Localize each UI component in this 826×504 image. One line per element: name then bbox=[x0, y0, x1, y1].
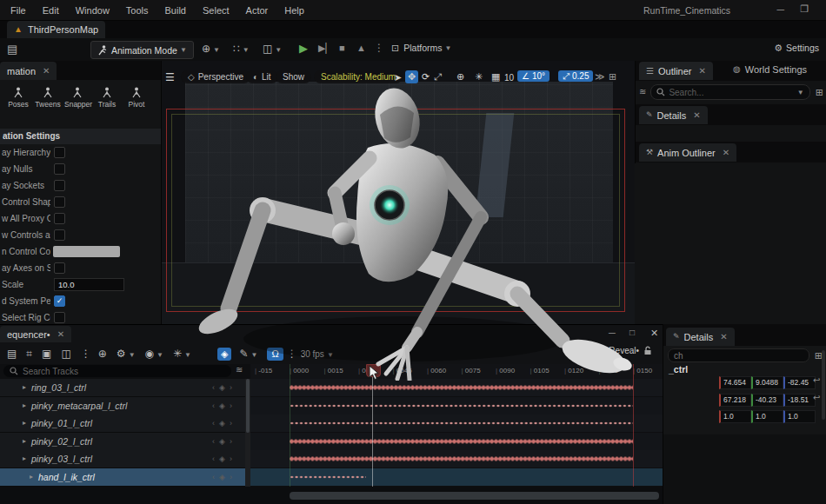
add-actor-icon[interactable]: ⊕▼ bbox=[202, 43, 220, 54]
eject-button[interactable]: ▲ bbox=[356, 43, 366, 53]
track-filter-icon[interactable]: ≋ bbox=[236, 366, 243, 375]
transform-value-field[interactable]: -40.23 bbox=[751, 394, 783, 407]
tab-details-bottom[interactable]: ✎ Details ✕ bbox=[666, 328, 735, 346]
outliner-search-input[interactable]: Search... ▼ bbox=[650, 84, 809, 100]
tool-trails-button[interactable]: Trails bbox=[94, 87, 120, 109]
color-swatch[interactable] bbox=[53, 246, 120, 257]
playback-options-icon[interactable]: ✳▼ bbox=[173, 348, 191, 360]
timeline-ruler[interactable]: | -015| 0000| 0015| 0030| 0045| 0060| 00… bbox=[250, 364, 663, 380]
track-lane-hand_l_ik_ctrl[interactable] bbox=[250, 468, 663, 487]
scale-tool-icon[interactable]: ⤢ bbox=[434, 71, 442, 83]
snap-options-icon[interactable]: ⋮ bbox=[287, 348, 297, 360]
transform-value-field[interactable]: 1.0 bbox=[751, 410, 783, 423]
lock-icon[interactable] bbox=[643, 346, 652, 355]
setting-checkbox[interactable] bbox=[54, 262, 65, 274]
transform-value-field[interactable]: -82.45 bbox=[783, 376, 816, 389]
play-button[interactable]: ▶ bbox=[299, 43, 308, 54]
track-lane-ring_03_l_ctrl[interactable] bbox=[250, 379, 663, 397]
setting-checkbox[interactable] bbox=[54, 196, 65, 208]
setting-checkbox[interactable] bbox=[54, 147, 65, 158]
snap-magnet-button[interactable]: Ω bbox=[267, 348, 283, 361]
chevron-down-icon[interactable]: ▼ bbox=[797, 89, 804, 96]
window-restore-icon[interactable]: □ bbox=[629, 328, 635, 337]
camera-icon[interactable]: ▣ bbox=[42, 348, 51, 360]
details-search-input[interactable]: ch bbox=[668, 348, 809, 362]
stop-button[interactable]: ■ bbox=[339, 43, 345, 53]
menu-select[interactable]: Select bbox=[203, 5, 230, 16]
menu-edit[interactable]: Edit bbox=[43, 5, 59, 16]
transform-value-field[interactable]: 67.218 bbox=[719, 394, 751, 407]
transform-value-field[interactable]: 1.0 bbox=[783, 410, 816, 423]
more-options-icon[interactable]: ⋮ bbox=[81, 348, 91, 360]
close-icon[interactable]: ✕ bbox=[723, 148, 729, 157]
add-folder-icon[interactable]: ⊞ bbox=[816, 88, 823, 97]
grid-snap-icon[interactable]: ▦ bbox=[491, 71, 500, 83]
tab-level[interactable]: ▲ ThirdPersonMap bbox=[7, 21, 105, 38]
camera-speed-icon[interactable]: ⊞ bbox=[609, 71, 616, 83]
tab-world-settings[interactable]: ◍ World Settings bbox=[733, 64, 807, 75]
tool-pivot-button[interactable]: Pivot bbox=[123, 87, 150, 109]
minimize-icon[interactable]: ─ bbox=[776, 3, 784, 16]
setting-checkbox[interactable]: ✓ bbox=[54, 295, 65, 307]
keyframes-strip[interactable] bbox=[290, 474, 366, 480]
track-lane-pinky_03_l_ctrl[interactable] bbox=[250, 450, 663, 468]
platforms-button[interactable]: ⊡ Platforms ▼ bbox=[391, 43, 451, 53]
close-icon[interactable]: ✕ bbox=[720, 332, 727, 342]
wrench-icon[interactable]: ⚙▼ bbox=[117, 348, 136, 360]
select-tool-icon[interactable]: ➤ bbox=[394, 72, 402, 83]
track-lane-pinky_01_l_ctrl[interactable] bbox=[250, 414, 663, 433]
fps-dropdown[interactable]: 30 fps▼ bbox=[301, 349, 334, 359]
details-scrollbar[interactable] bbox=[822, 350, 825, 420]
keyframe-mode-button[interactable]: ◈ bbox=[217, 348, 231, 361]
tab-animation[interactable]: mation ✕ bbox=[0, 62, 57, 80]
mode-selector[interactable]: Animation Mode ▼ bbox=[90, 41, 194, 59]
scale-snap-button[interactable]: ⤢ 0.25 bbox=[558, 70, 593, 82]
curve-editor-icon[interactable]: ✎▼ bbox=[239, 348, 257, 360]
undo-icon[interactable]: ↩ bbox=[813, 394, 820, 402]
keyframes-strip[interactable] bbox=[290, 384, 633, 392]
tab-details-top[interactable]: ✎ Details ✕ bbox=[639, 106, 708, 124]
viewport-options-icon[interactable]: ☰ bbox=[165, 72, 175, 83]
surface-snap-icon[interactable]: ✳ bbox=[475, 71, 483, 83]
keyframes-strip[interactable] bbox=[290, 437, 633, 445]
viewport[interactable] bbox=[161, 61, 635, 324]
keyframes-strip[interactable] bbox=[290, 403, 633, 408]
setting-checkbox[interactable] bbox=[54, 229, 65, 241]
find-in-browser-icon[interactable]: ⌗ bbox=[26, 348, 32, 360]
tab-outliner[interactable]: ☰ Outliner ✕ bbox=[639, 62, 713, 80]
perspective-dropdown[interactable]: ◇ Perspective bbox=[181, 70, 250, 83]
tool-poses-button[interactable]: Poses bbox=[5, 87, 31, 109]
sequence-breadcrumb[interactable]: SQ_EnemyReveal• bbox=[564, 346, 652, 355]
close-icon[interactable]: ✕ bbox=[699, 66, 706, 76]
setting-checkbox[interactable] bbox=[54, 312, 65, 323]
menu-window[interactable]: Window bbox=[76, 5, 110, 16]
menu-actor[interactable]: Actor bbox=[246, 5, 269, 16]
restore-icon[interactable]: ❐ bbox=[800, 3, 809, 15]
menu-file[interactable]: File bbox=[10, 5, 26, 16]
range-slider[interactable] bbox=[290, 492, 659, 500]
close-icon[interactable]: ✕ bbox=[693, 110, 700, 120]
setting-checkbox[interactable] bbox=[54, 180, 65, 191]
scalability-badge[interactable]: Scalability: Medium bbox=[314, 70, 403, 83]
filter-icon[interactable]: ≋ bbox=[639, 88, 646, 96]
expand-toolbar-icon[interactable]: ≫ bbox=[595, 71, 605, 83]
grid-snap-value[interactable]: 10 bbox=[504, 73, 514, 83]
add-track-icon[interactable]: ⊕ bbox=[98, 348, 107, 360]
menu-tools[interactable]: Tools bbox=[126, 5, 149, 16]
transform-value-field[interactable]: 74.654 bbox=[719, 376, 751, 389]
setting-checkbox[interactable] bbox=[54, 213, 65, 224]
track-lane-pinky_metacarpal_l_ctrl[interactable] bbox=[250, 397, 663, 415]
move-tool-icon[interactable]: ✥ bbox=[405, 70, 418, 83]
menu-help[interactable]: Help bbox=[284, 5, 304, 16]
blueprints-icon[interactable]: ∷▼ bbox=[233, 43, 250, 54]
tab-anim-outliner[interactable]: ⚒ Anim Outliner ✕ bbox=[639, 143, 736, 162]
angle-snap-button[interactable]: ∠ 10° bbox=[517, 70, 550, 82]
play-options-icon[interactable]: ⋮ bbox=[374, 43, 384, 53]
setting-checkbox[interactable] bbox=[54, 163, 65, 175]
save-icon[interactable]: ▤ bbox=[7, 348, 17, 360]
world-space-icon[interactable]: ⊕ bbox=[456, 71, 464, 83]
close-icon[interactable]: ✕ bbox=[43, 66, 50, 76]
view-options-icon[interactable]: ◉▼ bbox=[145, 348, 163, 360]
track-search-input[interactable]: Search Tracks bbox=[3, 365, 231, 377]
tool-snapper-button[interactable]: Snapper bbox=[64, 87, 90, 109]
